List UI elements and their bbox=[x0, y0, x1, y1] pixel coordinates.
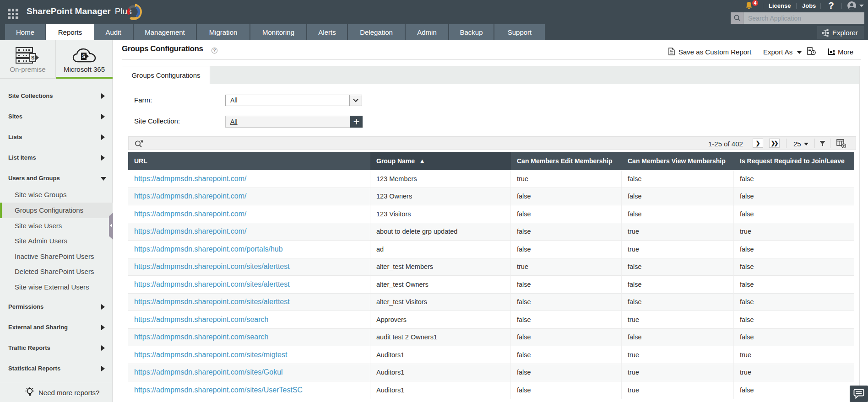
svg-text:S: S bbox=[82, 54, 86, 59]
svg-text:S: S bbox=[31, 55, 34, 60]
